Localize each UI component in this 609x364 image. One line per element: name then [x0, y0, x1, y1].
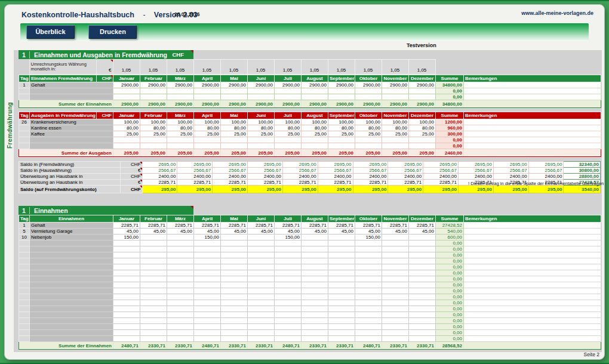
cell-value[interactable]: [113, 137, 140, 143]
cell-value[interactable]: [113, 306, 140, 312]
cell-value[interactable]: [302, 264, 328, 270]
cell-value[interactable]: [382, 276, 409, 282]
saldo-value[interactable]: 2566,67: [142, 168, 177, 174]
cell-value[interactable]: [409, 137, 436, 143]
cell-value[interactable]: [167, 300, 194, 306]
cell-value[interactable]: 80,00: [302, 125, 328, 131]
cell-value[interactable]: 25,00: [221, 131, 248, 137]
cell-value[interactable]: [275, 300, 302, 306]
cell-value[interactable]: [221, 270, 248, 276]
cell-value[interactable]: [248, 94, 275, 100]
cell-value[interactable]: 100,00: [382, 119, 409, 125]
saldo-value[interactable]: 2566,67: [213, 168, 248, 174]
cell-value[interactable]: [194, 330, 221, 336]
saldo-value[interactable]: 2400,00: [213, 174, 248, 180]
cell-value[interactable]: [167, 282, 194, 288]
cell-value[interactable]: [113, 258, 140, 264]
saldo-value[interactable]: 2566,67: [423, 168, 459, 174]
cell-value[interactable]: [194, 318, 221, 324]
saldo-value[interactable]: 2285,71: [282, 180, 318, 186]
cell-value[interactable]: [302, 246, 328, 252]
cell-value[interactable]: 45,00: [167, 229, 194, 235]
cell-value[interactable]: [302, 276, 328, 282]
cell-value[interactable]: [409, 240, 436, 246]
cell-bemerkung[interactable]: [464, 252, 601, 258]
saldo-value[interactable]: 2285,71: [142, 180, 177, 186]
cell-value[interactable]: 80,00: [113, 125, 140, 131]
cell-value[interactable]: 25,00: [328, 131, 355, 137]
cell-bemerkung[interactable]: [464, 125, 601, 131]
saldo-value[interactable]: 2400,00: [318, 174, 353, 180]
cell-value[interactable]: [248, 318, 275, 324]
cell-value[interactable]: [275, 288, 302, 294]
cell-value[interactable]: [328, 137, 355, 143]
cell-bemerkung[interactable]: [464, 131, 601, 137]
cell-name[interactable]: [30, 294, 113, 300]
cell-value[interactable]: [248, 137, 275, 143]
cell-tag[interactable]: [19, 94, 30, 100]
cell-value[interactable]: [167, 143, 194, 149]
cell-value[interactable]: [275, 270, 302, 276]
cell-tag[interactable]: [19, 264, 30, 270]
cell-value[interactable]: 25,00: [302, 131, 328, 137]
cell-value[interactable]: 150,00: [355, 235, 382, 240]
cell-value[interactable]: [409, 318, 436, 324]
cell-value[interactable]: 2285,71: [302, 223, 328, 229]
cell-value[interactable]: [140, 240, 167, 246]
saldo-value[interactable]: 2695,00: [248, 162, 283, 168]
cell-value[interactable]: [355, 282, 382, 288]
cell-value[interactable]: 100,00: [328, 119, 355, 125]
saldo-value[interactable]: 2566,67: [282, 168, 318, 174]
cell-value[interactable]: [328, 276, 355, 282]
cell-bemerkung[interactable]: [464, 143, 601, 149]
rate-value[interactable]: 1,05: [113, 60, 140, 75]
saldo-value[interactable]: 2566,67: [248, 168, 283, 174]
cell-value[interactable]: [140, 246, 167, 252]
cell-bemerkung[interactable]: [464, 270, 601, 276]
cell-value[interactable]: [140, 306, 167, 312]
cell-value[interactable]: [409, 312, 436, 318]
cell-value[interactable]: [302, 330, 328, 336]
cell-value[interactable]: [355, 88, 382, 94]
saldo-value[interactable]: 2695,00: [353, 162, 388, 168]
saldo-value[interactable]: 2285,71: [353, 180, 388, 186]
cell-bemerkung[interactable]: [464, 318, 601, 324]
cell-value[interactable]: [221, 318, 248, 324]
cell-value[interactable]: [409, 235, 436, 240]
cell-value[interactable]: [194, 312, 221, 318]
cell-value[interactable]: [113, 94, 140, 100]
cell-value[interactable]: [382, 288, 409, 294]
cell-bemerkung[interactable]: [464, 119, 601, 125]
saldo-value[interactable]: 2566,67: [318, 168, 353, 174]
cell-value[interactable]: [194, 324, 221, 330]
cell-value[interactable]: [167, 246, 194, 252]
cell-value[interactable]: [167, 276, 194, 282]
cell-value[interactable]: [275, 336, 302, 342]
cell-value[interactable]: [409, 246, 436, 252]
cell-value[interactable]: [140, 88, 167, 94]
cell-bemerkung[interactable]: [464, 276, 601, 282]
cell-value[interactable]: [355, 258, 382, 264]
cell-value[interactable]: 2900,00: [275, 82, 302, 88]
cell-value[interactable]: [355, 264, 382, 270]
cell-value[interactable]: 150,00: [113, 235, 140, 240]
cell-value[interactable]: 100,00: [167, 119, 194, 125]
rate-value[interactable]: 1,05: [408, 60, 435, 75]
cell-value[interactable]: [113, 318, 140, 324]
cell-value[interactable]: [275, 246, 302, 252]
cell-value[interactable]: [355, 318, 382, 324]
cell-value[interactable]: [409, 258, 436, 264]
rate-value[interactable]: 1,05: [355, 60, 382, 75]
cell-value[interactable]: [275, 94, 302, 100]
cell-name[interactable]: Krankenversicherung: [30, 119, 113, 125]
cell-value[interactable]: [355, 330, 382, 336]
cell-value[interactable]: [302, 94, 328, 100]
cell-bemerkung[interactable]: [464, 312, 601, 318]
cell-value[interactable]: 2285,71: [275, 223, 302, 229]
cell-value[interactable]: 2285,71: [328, 223, 355, 229]
cell-value[interactable]: 100,00: [140, 119, 167, 125]
print-button[interactable]: Drucken: [88, 25, 137, 39]
saldo-value[interactable]: 2285,71: [248, 180, 283, 186]
cell-value[interactable]: 100,00: [248, 119, 275, 125]
cell-name[interactable]: [30, 330, 113, 336]
